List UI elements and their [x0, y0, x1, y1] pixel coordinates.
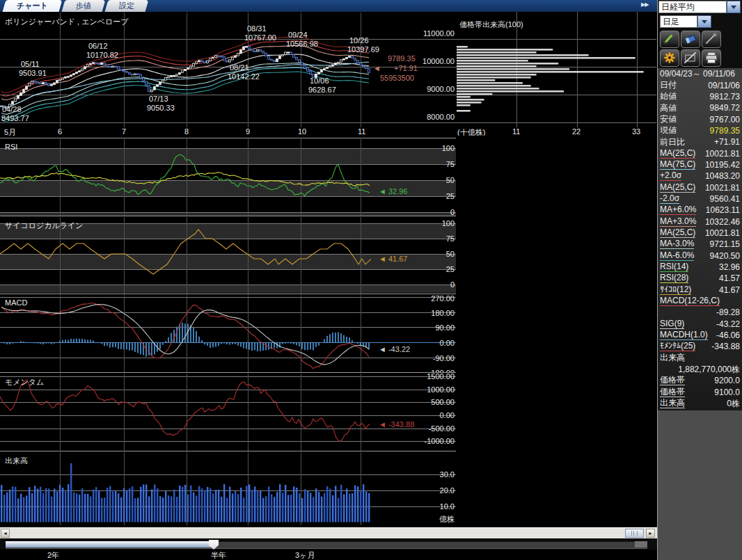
eraser-button[interactable] [681, 31, 700, 48]
chevron-down-icon [731, 6, 736, 9]
sidebar-row: 安値9767.00 [658, 113, 742, 125]
row-value: 10021.81 [695, 149, 740, 159]
sidebar-row: MA+3.0%10322.46 [658, 216, 742, 227]
row-value: 9200.0 [685, 376, 740, 385]
row-label: 安値 [660, 115, 677, 124]
row-value: 9767.00 [677, 115, 740, 125]
slider-endcap [635, 541, 647, 547]
printer-button[interactable] [702, 49, 721, 67]
sidebar-row: 出来高0株 [658, 398, 742, 409]
row-label: +2.0σ [660, 171, 681, 181]
row-label: MA(75,C) [660, 160, 695, 170]
pencil-button[interactable] [660, 31, 679, 48]
sidebar-row: 価格帯9200.0 [658, 375, 742, 386]
row-value: 10322.46 [696, 217, 740, 227]
row-value: 10195.42 [695, 160, 740, 170]
row-value: -89.28 [660, 307, 740, 317]
sidebar-row: RSI(28)41.57 [658, 273, 742, 284]
symbol-select-value: 日経平均 [658, 1, 727, 13]
range-label[interactable]: 3ヶ月 [295, 550, 315, 560]
chart-toggle-button[interactable] [681, 49, 700, 67]
row-label: 価格帯 [660, 376, 685, 385]
data-sidebar: 日経平均 日足 09/04/23～ 09/11/06日付09/11/06始値98… [657, 0, 742, 560]
row-value: 32.96 [688, 262, 740, 272]
row-label: RSI(28) [660, 273, 688, 283]
row-label: MA+3.0% [660, 217, 696, 227]
timeframe-select-dropdown-button[interactable] [697, 15, 711, 28]
sidebar-row: 価格帯9100.0 [658, 387, 742, 398]
trendline-button[interactable] [702, 31, 721, 48]
chart-canvas[interactable]: ボリンジャーバンド , エンベロープ価格帯出来高(100)11000.00100… [0, 0, 657, 560]
row-value: 9100.0 [685, 387, 740, 397]
gear-button[interactable] [660, 49, 679, 67]
scrollbar-thumb[interactable] [625, 529, 644, 538]
row-label: 現値 [660, 126, 677, 135]
row-value: +71.91 [685, 137, 740, 147]
sidebar-row: MA-3.0%9721.15 [658, 239, 742, 250]
chart-application-window: チャート 歩値 設定 ▶▶ ボリンジャーバンド , エンベロープ価格帯出来高(1… [0, 0, 742, 560]
row-label: 出来高 [660, 399, 685, 408]
sidebar-row: RSI(14)32.96 [658, 262, 742, 273]
row-value: 09/11/06 [677, 81, 740, 90]
scroll-right-button[interactable]: ► [646, 529, 655, 538]
row-label: 日付 [660, 81, 677, 90]
range-label[interactable]: 半年 [211, 550, 226, 560]
sidebar-row: 前日比+71.91 [658, 136, 742, 147]
gear-icon [661, 50, 679, 65]
symbol-select-dropdown-button[interactable] [727, 1, 741, 13]
sidebar-row: ｻｲｺﾛ(12)41.67 [658, 285, 742, 296]
sidebar-row: MA(25,C)10021.81 [658, 182, 742, 193]
row-label: MA(25,C) [660, 149, 695, 159]
slider-fill [6, 541, 213, 547]
sidebar-row: 日付09/11/06 [658, 79, 742, 90]
sidebar-row: 1,882,770,000株 [658, 364, 742, 375]
sidebar-row: 出来高 [658, 353, 742, 364]
sidebar-row: 高値9849.72 [658, 102, 742, 113]
row-value: 10021.81 [695, 183, 740, 193]
symbol-select[interactable]: 日経平均 [658, 1, 741, 13]
timeframe-select[interactable]: 日足 [660, 15, 711, 28]
sidebar-row: MA(25,C)10021.81 [658, 227, 742, 239]
row-value: 10021.81 [695, 228, 740, 238]
chart-plot-svg[interactable] [0, 0, 657, 560]
sidebar-row: 始値9812.73 [658, 91, 742, 102]
row-value: 41.57 [688, 273, 740, 283]
row-value: -43.22 [684, 319, 740, 329]
row-value: 9812.73 [677, 92, 740, 102]
sidebar-row: MA+6.0%10623.11 [658, 205, 742, 216]
row-value: 9420.50 [694, 251, 740, 261]
sidebar-row: MA-6.0%9420.50 [658, 250, 742, 262]
sidebar-row: MACDH(1.0)-46.06 [658, 330, 742, 341]
row-label: MACD(12-26,C) [660, 296, 720, 306]
row-value: 0株 [685, 398, 740, 410]
horizontal-scrollbar[interactable]: ◄ ► [0, 527, 657, 538]
row-label: 高値 [660, 104, 677, 113]
sidebar-row: 現値9789.35 [658, 125, 742, 136]
sidebar-data-rows: 09/04/23～ 09/11/06日付09/11/06始値9812.73高値9… [658, 68, 742, 410]
scroll-left-button[interactable]: ◄ [1, 529, 10, 538]
timeframe-select-value: 日足 [660, 15, 697, 28]
row-value: 10623.11 [696, 205, 740, 215]
row-label: SIG(9) [660, 319, 684, 329]
row-value: 9560.41 [679, 194, 740, 204]
range-label[interactable]: 2年 [47, 550, 59, 560]
sidebar-row: SIG(9)-43.22 [658, 319, 742, 330]
sidebar-row: -2.0σ9560.41 [658, 193, 742, 205]
chevron-down-icon [702, 20, 707, 24]
row-label: MA(25,C) [660, 183, 695, 193]
row-value: 9789.35 [677, 126, 740, 136]
scrollbar-grip-icon [631, 531, 638, 536]
row-label: ｻｲｺﾛ(12) [660, 285, 691, 295]
sidebar-row: MACD(12-26,C) [658, 296, 742, 307]
row-value: 10483.20 [681, 171, 740, 181]
row-value: 41.67 [691, 285, 740, 295]
row-label: 前日比 [660, 138, 685, 147]
row-label: MA+6.0% [660, 205, 696, 215]
time-range-slider[interactable] [0, 539, 657, 550]
row-value: 9849.72 [677, 103, 740, 113]
sidebar-row: MA(25,C)10021.81 [658, 147, 742, 159]
row-value: -46.06 [708, 330, 740, 340]
row-value: 1,882,770,000株 [660, 364, 740, 376]
row-value: 9721.15 [694, 239, 740, 249]
pencil-icon [661, 31, 679, 47]
